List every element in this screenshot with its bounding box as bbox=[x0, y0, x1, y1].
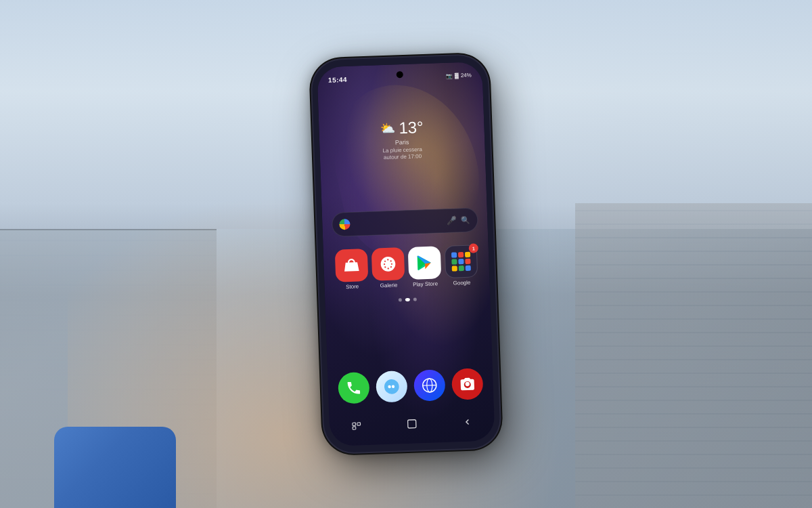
google-icon: 1 bbox=[445, 245, 478, 278]
dock-camera[interactable] bbox=[451, 368, 484, 400]
google-dot bbox=[459, 266, 464, 271]
playstore-label: Play Store bbox=[413, 281, 438, 288]
weather-temp-display: ⛅ 13° bbox=[347, 117, 456, 140]
svg-point-1 bbox=[384, 379, 399, 394]
nav-back[interactable] bbox=[462, 417, 472, 428]
playstore-icon bbox=[408, 246, 442, 280]
svg-line-6 bbox=[423, 385, 436, 386]
google-search-bar[interactable]: 🎤 🔍 bbox=[332, 207, 478, 237]
nav-home[interactable] bbox=[406, 418, 418, 431]
google-dot bbox=[452, 266, 457, 271]
temperature-value: 13° bbox=[399, 118, 424, 137]
svg-rect-9 bbox=[353, 426, 356, 429]
page-indicators bbox=[399, 297, 417, 301]
microphone-icon[interactable]: 🎤 bbox=[447, 215, 457, 226]
dock-messages[interactable] bbox=[376, 371, 408, 403]
google-grid bbox=[451, 252, 471, 272]
app-grid: Store Galerie bbox=[323, 245, 490, 291]
google-dot bbox=[458, 259, 464, 264]
phone-body: 15:44 📷 ▓ 24% ⛅ 13° Paris La pluie cesse… bbox=[311, 55, 501, 454]
battery-icon: 24% bbox=[461, 72, 472, 79]
dot-1 bbox=[399, 298, 402, 301]
phone-screen: 15:44 📷 ▓ 24% ⛅ 13° Paris La pluie cesse… bbox=[317, 62, 495, 446]
weather-widget: ⛅ 13° Paris La pluie cesseraautour de 17… bbox=[347, 117, 457, 163]
sleeve bbox=[54, 427, 176, 508]
app-galerie[interactable]: Galerie bbox=[371, 247, 405, 289]
google-dot bbox=[451, 259, 457, 264]
app-google[interactable]: 1 Google bbox=[445, 245, 478, 287]
app-store[interactable]: Store bbox=[335, 249, 369, 291]
google-dot bbox=[465, 252, 470, 257]
lens-icon[interactable]: 🔍 bbox=[461, 215, 470, 224]
google-dot bbox=[458, 252, 464, 257]
google-dot bbox=[451, 252, 457, 257]
google-dot bbox=[465, 259, 470, 264]
navigation-bar bbox=[329, 408, 495, 441]
signal-icon: ▓ bbox=[455, 72, 459, 79]
notification-badge: 1 bbox=[469, 243, 478, 253]
svg-rect-7 bbox=[353, 423, 356, 425]
google-logo bbox=[339, 219, 351, 230]
galerie-label: Galerie bbox=[380, 282, 398, 289]
weather-icon: ⛅ bbox=[380, 121, 395, 136]
dock-browser[interactable] bbox=[413, 369, 446, 402]
status-icons: 📷 ▓ 24% bbox=[446, 72, 472, 79]
google-label: Google bbox=[453, 280, 471, 287]
store-icon bbox=[335, 249, 369, 282]
camera-status-icon: 📷 bbox=[446, 72, 453, 79]
store-label: Store bbox=[346, 284, 359, 290]
dock-phone[interactable] bbox=[338, 372, 370, 404]
status-time: 15:44 bbox=[328, 75, 347, 83]
svg-rect-10 bbox=[408, 419, 416, 427]
app-playstore[interactable]: Play Store bbox=[408, 246, 442, 288]
nav-recent[interactable] bbox=[352, 421, 362, 432]
google-dot bbox=[466, 266, 471, 271]
bottom-dock bbox=[334, 363, 487, 409]
svg-rect-8 bbox=[357, 422, 361, 425]
dot-3 bbox=[413, 297, 417, 301]
phone-wrapper: 15:44 📷 ▓ 24% ⛅ 13° Paris La pluie cesse… bbox=[311, 55, 501, 454]
galerie-icon bbox=[371, 247, 405, 281]
dot-2-active bbox=[405, 298, 410, 301]
